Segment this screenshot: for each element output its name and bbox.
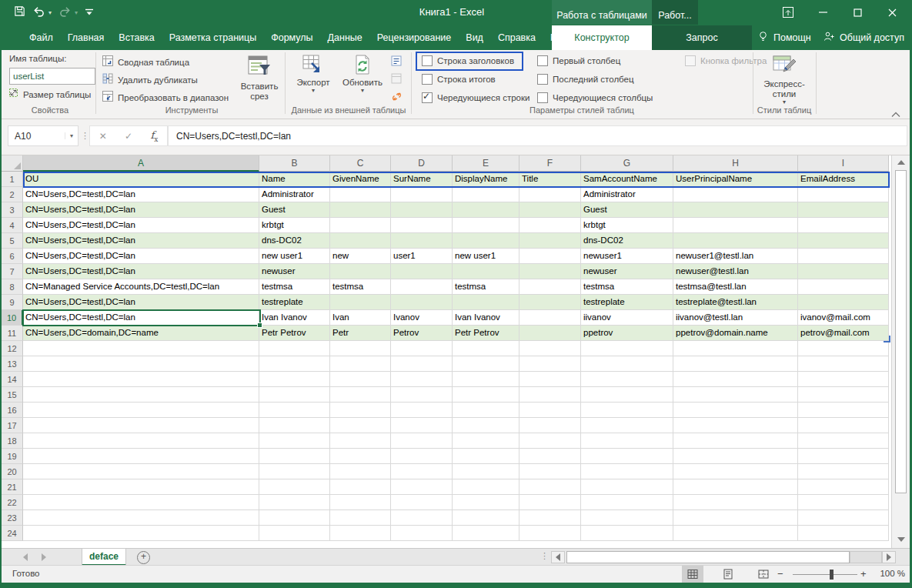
cell-G13[interactable] xyxy=(581,356,673,372)
redo-icon[interactable] xyxy=(58,5,72,20)
cell-H15[interactable] xyxy=(673,387,798,403)
cell-G17[interactable] xyxy=(581,418,673,433)
help-button[interactable]: Помощн xyxy=(757,25,811,50)
tab-design[interactable]: Конструктор xyxy=(552,25,652,50)
cell-G10[interactable]: iivanov xyxy=(581,310,673,326)
export-button[interactable]: Экспорт ▾ xyxy=(289,54,337,94)
cell-I17[interactable] xyxy=(798,418,889,433)
cell-C19[interactable] xyxy=(330,449,391,464)
cell-G2[interactable]: Administrator xyxy=(581,187,673,202)
cell-C14[interactable] xyxy=(330,372,391,387)
scroll-up-icon[interactable] xyxy=(897,160,905,165)
cell-B18[interactable] xyxy=(259,433,330,449)
cell-G18[interactable] xyxy=(581,433,673,449)
cell-C10[interactable]: Ivan xyxy=(330,310,391,326)
cell-I15[interactable] xyxy=(798,387,889,403)
checkbox-last-column[interactable]: Последний столбец xyxy=(537,74,634,85)
column-header-C[interactable]: C xyxy=(330,155,391,172)
cell-A2[interactable]: CN=Users,DC=testl,DC=lan xyxy=(23,187,259,202)
tab-scrollbar-splitter[interactable]: ⋮ xyxy=(540,551,548,561)
cell-I6[interactable] xyxy=(798,249,889,264)
cell-A7[interactable]: CN=Users,DC=testl,DC=lan xyxy=(23,264,259,279)
cell-I7[interactable] xyxy=(798,264,889,279)
checkbox-banded-columns[interactable]: Чередующиеся столбцы xyxy=(537,92,653,103)
row-header-15[interactable]: 15 xyxy=(2,387,23,403)
cell-E7[interactable] xyxy=(453,264,519,279)
cell-D21[interactable] xyxy=(391,479,453,495)
cell-D2[interactable] xyxy=(391,187,453,202)
close-icon[interactable] xyxy=(879,5,905,20)
cell-D8[interactable] xyxy=(391,279,453,295)
cell-C2[interactable] xyxy=(330,187,391,202)
row-header-7[interactable]: 7 xyxy=(2,264,23,279)
cell-F24[interactable] xyxy=(519,526,581,541)
cell-E21[interactable] xyxy=(453,479,519,495)
cell-C5[interactable] xyxy=(330,233,391,249)
cell-G1[interactable]: SamAccountName xyxy=(581,172,673,187)
checkbox-total-row[interactable]: Строка итогов xyxy=(422,74,496,85)
cell-G19[interactable] xyxy=(581,449,673,464)
tab-главная[interactable]: Главная xyxy=(68,32,105,43)
cell-A19[interactable] xyxy=(23,449,259,464)
external-properties-icon[interactable] xyxy=(391,55,403,70)
column-header-F[interactable]: F xyxy=(519,155,581,172)
cell-F1[interactable]: Title xyxy=(519,172,581,187)
minimize-icon[interactable] xyxy=(810,5,836,20)
row-header-24[interactable]: 24 xyxy=(2,526,23,541)
tab-вставка[interactable]: Вставка xyxy=(119,32,154,43)
cell-F8[interactable] xyxy=(519,279,581,295)
vertical-scrollbar[interactable] xyxy=(891,155,910,548)
view-normal-icon[interactable] xyxy=(682,566,703,583)
tab-данные[interactable]: Данные xyxy=(328,32,362,43)
cell-B23[interactable] xyxy=(259,510,330,526)
cell-C24[interactable] xyxy=(330,526,391,541)
row-header-5[interactable]: 5 xyxy=(2,233,23,249)
cell-C4[interactable] xyxy=(330,218,391,233)
cell-H14[interactable] xyxy=(673,372,798,387)
cell-H11[interactable]: ppetrov@domain.name xyxy=(673,326,798,341)
zoom-out-icon[interactable]: − xyxy=(777,568,783,580)
cell-D22[interactable] xyxy=(391,495,453,510)
cell-G24[interactable] xyxy=(581,526,673,541)
cell-G16[interactable] xyxy=(581,403,673,418)
cell-G4[interactable]: krbtgt xyxy=(581,218,673,233)
row-header-8[interactable]: 8 xyxy=(2,279,23,295)
cell-C16[interactable] xyxy=(330,403,391,418)
cell-G12[interactable] xyxy=(581,341,673,356)
formula-input[interactable]: CN=Users,DC=testl,DC=lan xyxy=(168,125,907,146)
horizontal-scroll-track[interactable] xyxy=(850,551,882,563)
cell-C6[interactable]: new xyxy=(330,249,391,264)
cell-C18[interactable] xyxy=(330,433,391,449)
cell-B24[interactable] xyxy=(259,526,330,541)
name-box-dropdown-icon[interactable]: ▾ xyxy=(65,132,78,139)
cell-C15[interactable] xyxy=(330,387,391,403)
cell-B8[interactable]: testmsa xyxy=(259,279,330,295)
column-header-I[interactable]: I xyxy=(798,155,889,172)
cell-G15[interactable] xyxy=(581,387,673,403)
cell-G22[interactable] xyxy=(581,495,673,510)
cell-F16[interactable] xyxy=(519,403,581,418)
cell-D15[interactable] xyxy=(391,387,453,403)
cell-H4[interactable] xyxy=(673,218,798,233)
cell-G5[interactable]: dns-DC02 xyxy=(581,233,673,249)
cell-B13[interactable] xyxy=(259,356,330,372)
cell-H22[interactable] xyxy=(673,495,798,510)
cell-I16[interactable] xyxy=(798,403,889,418)
cell-E10[interactable]: Ivan Ivanov xyxy=(453,310,519,326)
zoom-level[interactable]: 100 % xyxy=(873,569,905,578)
cell-H19[interactable] xyxy=(673,449,798,464)
cell-D6[interactable]: user1 xyxy=(391,249,453,264)
tab-рецензирование[interactable]: Рецензирование xyxy=(377,32,452,43)
cell-C22[interactable] xyxy=(330,495,391,510)
cell-D9[interactable] xyxy=(391,295,453,310)
refresh-dropdown-icon[interactable]: ▾ xyxy=(361,88,364,94)
cell-B2[interactable]: Administrator xyxy=(259,187,330,202)
cell-H3[interactable] xyxy=(673,202,798,218)
cell-E5[interactable] xyxy=(453,233,519,249)
cell-A24[interactable] xyxy=(23,526,259,541)
cell-I8[interactable] xyxy=(798,279,889,295)
cell-E18[interactable] xyxy=(453,433,519,449)
cell-B12[interactable] xyxy=(259,341,330,356)
enter-icon[interactable]: ✓ xyxy=(125,131,132,142)
cell-C7[interactable] xyxy=(330,264,391,279)
